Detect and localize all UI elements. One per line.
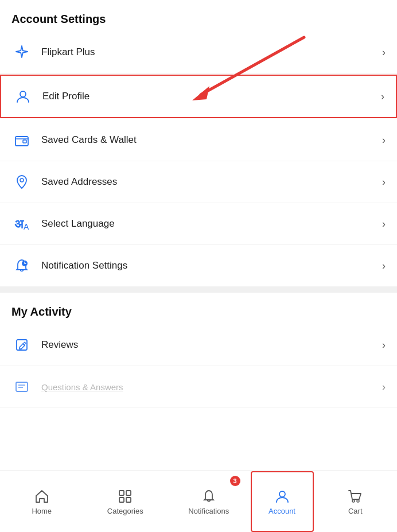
svg-rect-2: [23, 140, 26, 143]
flipkart-plus-chevron: ›: [382, 46, 386, 59]
bottom-nav: Home Categories 3 Notifications: [0, 471, 397, 532]
svg-point-3: [20, 178, 24, 182]
flipkart-plus-item[interactable]: Flipkart Plus ›: [0, 32, 397, 73]
home-icon: [34, 488, 50, 504]
user-icon: [13, 86, 33, 107]
saved-cards-item[interactable]: Saved Cards & Wallet ›: [0, 119, 397, 161]
svg-rect-14: [126, 491, 131, 495]
my-activity-section: My Activity Reviews › Que: [0, 293, 397, 408]
svg-point-0: [20, 91, 26, 97]
select-language-item[interactable]: अ A Select Language ›: [0, 203, 397, 245]
svg-rect-8: [16, 382, 28, 391]
svg-text:A: A: [24, 222, 29, 231]
svg-rect-13: [119, 491, 124, 495]
notification-badge: 3: [230, 476, 240, 486]
svg-point-19: [357, 500, 359, 502]
section-divider: [0, 287, 397, 293]
notification-settings-icon: [11, 255, 32, 276]
account-settings-section: Account Settings Flipkart Plus › Edit Pr…: [0, 0, 397, 287]
nav-cart[interactable]: Cart: [314, 471, 398, 532]
qa-icon: [11, 376, 32, 397]
account-icon: [274, 488, 290, 504]
saved-cards-label: Saved Cards & Wallet: [41, 134, 382, 146]
questions-answers-item[interactable]: Questions & Answers ›: [0, 366, 397, 408]
home-label: Home: [32, 507, 52, 515]
cart-icon: [347, 488, 363, 504]
account-settings-title: Account Settings: [0, 0, 397, 32]
svg-text:अ: अ: [14, 217, 24, 231]
edit-profile-chevron: ›: [381, 91, 384, 103]
svg-point-17: [279, 491, 285, 497]
edit-icon: [11, 335, 32, 355]
notification-settings-item[interactable]: Notification Settings ›: [0, 245, 397, 287]
flipkart-plus-label: Flipkart Plus: [41, 46, 382, 58]
saved-cards-chevron: ›: [382, 134, 386, 146]
notification-settings-chevron: ›: [382, 260, 386, 272]
nav-account[interactable]: Account: [251, 471, 314, 532]
saved-addresses-label: Saved Addresses: [41, 176, 382, 188]
bell-icon: [201, 488, 217, 504]
categories-icon: [117, 488, 133, 504]
notification-settings-label: Notification Settings: [41, 260, 382, 271]
questions-answers-chevron: ›: [382, 381, 386, 393]
categories-label: Categories: [107, 507, 143, 515]
notifications-label: Notifications: [188, 507, 229, 515]
svg-rect-15: [119, 498, 124, 502]
edit-profile-item[interactable]: Edit Profile ›: [0, 75, 397, 118]
sparkle-icon: [11, 42, 32, 63]
cart-label: Cart: [348, 507, 363, 515]
nav-home[interactable]: Home: [0, 471, 84, 532]
nav-notifications[interactable]: 3 Notifications: [167, 471, 251, 532]
location-icon: [11, 172, 32, 192]
svg-point-18: [352, 500, 355, 502]
svg-rect-16: [126, 498, 131, 502]
reviews-item[interactable]: Reviews ›: [0, 324, 397, 366]
language-icon: अ A: [11, 213, 32, 234]
nav-categories[interactable]: Categories: [84, 471, 168, 532]
reviews-label: Reviews: [41, 339, 382, 351]
my-activity-title: My Activity: [0, 293, 397, 324]
saved-addresses-chevron: ›: [382, 176, 386, 188]
account-label: Account: [268, 507, 295, 515]
main-content: Account Settings Flipkart Plus › Edit Pr…: [0, 0, 397, 471]
edit-profile-label: Edit Profile: [42, 91, 381, 102]
questions-answers-label: Questions & Answers: [41, 382, 382, 392]
select-language-chevron: ›: [382, 218, 386, 230]
reviews-chevron: ›: [382, 339, 386, 351]
saved-addresses-item[interactable]: Saved Addresses ›: [0, 161, 397, 203]
wallet-icon: [11, 130, 32, 150]
select-language-label: Select Language: [41, 218, 382, 230]
